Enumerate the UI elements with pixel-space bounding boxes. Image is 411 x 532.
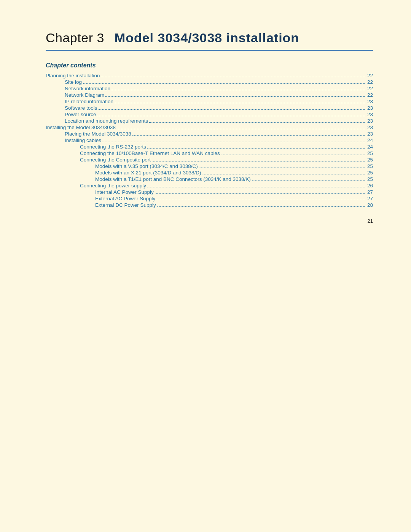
toc-entry[interactable]: Placing the Model 3034/303823: [46, 131, 373, 137]
toc-page-number: 27: [367, 189, 373, 195]
toc-dots: [152, 161, 366, 161]
toc-entry[interactable]: Connecting the power supply26: [46, 183, 373, 189]
toc-entry-label: Models with an X.21 port (3034/D and 303…: [95, 170, 201, 176]
chapter-title: Chapter 3 Model 3034/3038 installation: [46, 30, 373, 45]
toc-entry[interactable]: Network information22: [46, 86, 373, 91]
toc-page-number: 23: [367, 99, 373, 104]
toc-entry[interactable]: Connecting the Composite port25: [46, 157, 373, 163]
toc-entry[interactable]: Models with an X.21 port (3034/D and 303…: [46, 170, 373, 176]
toc-entry-label: Placing the Model 3034/3038: [65, 131, 131, 137]
toc-entry-label: Network Diagram: [65, 92, 104, 98]
toc-dots: [105, 96, 366, 97]
toc-dots: [202, 174, 366, 174]
toc-entry-label: Connecting the 10/100Base-T Ethernet LAN…: [80, 150, 220, 156]
toc-entry-label: Models with a V.35 port (3034/C and 3038…: [95, 163, 198, 169]
toc-entry-label: External DC Power Supply: [95, 202, 156, 208]
toc-page-number: 25: [367, 170, 373, 176]
toc-entry[interactable]: External DC Power Supply28: [46, 202, 373, 208]
toc-entry-label: Software tools: [65, 105, 97, 111]
toc-page-number: 28: [367, 202, 373, 208]
toc-page-number: 23: [367, 131, 373, 137]
toc-dots: [199, 168, 366, 168]
toc-page-number: 23: [367, 112, 373, 117]
toc-page-number: 22: [367, 86, 373, 91]
toc-entry[interactable]: Installing cables24: [46, 137, 373, 143]
toc-entry-label: Connecting the RS-232 ports: [80, 144, 146, 150]
toc-entry[interactable]: External AC Power Supply27: [46, 196, 373, 201]
toc-page-number: 25: [367, 157, 373, 163]
toc-dots: [156, 200, 366, 200]
toc-entry[interactable]: Models with a T1/E1 port and BNC Connect…: [46, 176, 373, 182]
toc-entry[interactable]: Software tools23: [46, 105, 373, 111]
toc-entry-label: Models with a T1/E1 port and BNC Connect…: [95, 176, 251, 182]
toc-dots: [83, 83, 366, 84]
toc-page-number: 24: [367, 144, 373, 150]
toc-dots: [149, 122, 366, 123]
toc-entry-label: Planning the installation: [46, 73, 100, 78]
toc-dots: [97, 116, 366, 116]
toc-page-number: 22: [367, 79, 373, 85]
toc-dots: [147, 187, 366, 187]
toc-entry-label: Installing the Model 3034/3038: [46, 125, 116, 130]
toc-entry-label: Connecting the power supply: [80, 183, 146, 189]
toc-entry[interactable]: Internal AC Power Supply27: [46, 189, 373, 195]
toc-entry[interactable]: Location and mounting requirements23: [46, 118, 373, 124]
toc-page-number: 23: [367, 125, 373, 130]
toc-entry[interactable]: Connecting the RS-232 ports24: [46, 144, 373, 150]
chapter-header: Chapter 3 Model 3034/3038 installation: [46, 30, 373, 51]
toc-dots: [147, 148, 366, 149]
chapter-prefix: Chapter 3: [46, 30, 104, 45]
toc-entry-label: Site log: [65, 79, 82, 85]
toc-entry[interactable]: Planning the installation22: [46, 73, 373, 78]
toc-entry-label: Location and mounting requirements: [65, 118, 148, 124]
toc-page-number: 25: [367, 150, 373, 156]
toc-entry[interactable]: Models with a V.35 port (3034/C and 3038…: [46, 163, 373, 169]
toc-entry-label: Connecting the Composite port: [80, 157, 151, 163]
toc-dots: [117, 129, 366, 129]
toc-entry-label: IP related information: [65, 99, 113, 104]
toc-page-number: 22: [367, 73, 373, 78]
toc-dots: [132, 135, 366, 136]
toc-dots: [221, 155, 366, 155]
toc-entry[interactable]: Site log22: [46, 79, 373, 85]
toc-page-number: 27: [367, 196, 373, 201]
toc-entry-label: Installing cables: [65, 137, 101, 143]
toc-entry[interactable]: Power source23: [46, 112, 373, 117]
toc-container: Planning the installation22Site log22Net…: [46, 73, 373, 208]
chapter-contents-heading: Chapter contents: [46, 62, 373, 69]
toc-dots: [115, 103, 366, 103]
page-container: Chapter 3 Model 3034/3038 installation C…: [0, 0, 411, 239]
toc-entry[interactable]: Network Diagram22: [46, 92, 373, 98]
toc-entry-label: Network information: [65, 86, 110, 91]
toc-dots: [252, 181, 366, 181]
toc-dots: [157, 206, 366, 207]
page-number: 21: [368, 218, 373, 224]
toc-page-number: 26: [367, 183, 373, 189]
toc-page-number: 23: [367, 105, 373, 111]
toc-page-number: 24: [367, 137, 373, 143]
toc-entry[interactable]: Installing the Model 3034/303823: [46, 125, 373, 130]
toc-dots: [102, 142, 366, 142]
toc-dots: [155, 193, 366, 194]
toc-dots: [101, 77, 366, 77]
toc-page-number: 25: [367, 176, 373, 182]
toc-entry[interactable]: Connecting the 10/100Base-T Ethernet LAN…: [46, 150, 373, 156]
toc-entry-label: Internal AC Power Supply: [95, 189, 154, 195]
toc-entry-label: External AC Power Supply: [95, 196, 155, 201]
toc-dots: [99, 109, 366, 110]
toc-page-number: 22: [367, 92, 373, 98]
toc-dots: [112, 90, 366, 90]
toc-page-number: 23: [367, 118, 373, 124]
toc-entry-label: Power source: [65, 112, 96, 117]
chapter-title-text: Model 3034/3038 installation: [115, 30, 299, 45]
toc-page-number: 25: [367, 163, 373, 169]
toc-entry[interactable]: IP related information23: [46, 99, 373, 104]
